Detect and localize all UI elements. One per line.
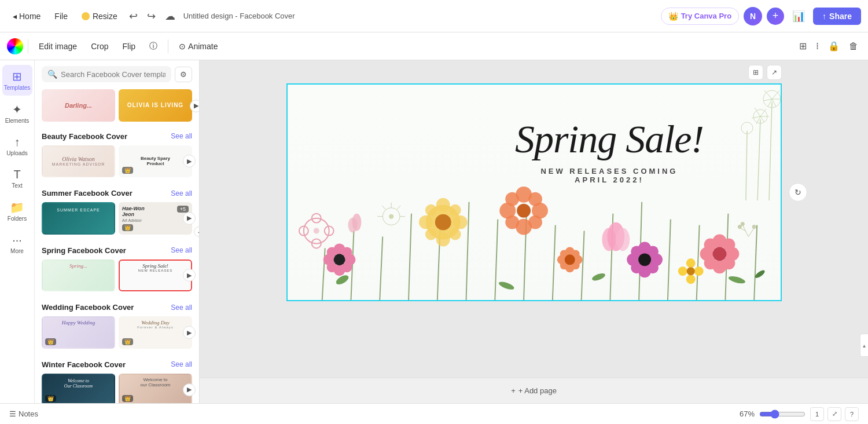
- right-scroll-handle[interactable]: ▴: [860, 334, 868, 357]
- resize-button[interactable]: Resize: [76, 9, 123, 24]
- canvas-grid-button[interactable]: ⊞: [748, 65, 763, 80]
- elements-label: Elements: [5, 118, 30, 124]
- spring-next-arrow[interactable]: ▶: [183, 269, 196, 282]
- flip-button[interactable]: Flip: [117, 38, 142, 54]
- help-button[interactable]: ?: [845, 407, 859, 421]
- top-templates-row: Darling... OLIVIA IS LIVING ▶: [35, 86, 199, 126]
- plus-icon: +: [511, 386, 516, 395]
- status-bar: ☰ Notes 67% 1 ⤢ ?: [0, 403, 868, 424]
- template-card-top-1[interactable]: Darling...: [42, 89, 115, 122]
- add-page-button[interactable]: + + Add page: [511, 386, 557, 395]
- toolbar2-right: ⊞ ⁞ 🔒 🗑: [796, 38, 861, 54]
- topbar-left: ◂ Home File Resize ↩ ↪ ☁: [7, 6, 179, 26]
- analytics-button[interactable]: 📊: [789, 6, 808, 26]
- canvas-scroll[interactable]: ⊞ ↗: [200, 60, 868, 378]
- template-card-top-2[interactable]: OLIVIA IS LIVING: [119, 89, 192, 122]
- try-canva-pro-button[interactable]: 👑 Try Canva Pro: [661, 8, 739, 25]
- svg-line-66: [382, 206, 385, 210]
- dotted-grid-button[interactable]: ⁞: [813, 38, 822, 54]
- info-button[interactable]: ⓘ: [144, 38, 163, 55]
- svg-point-94: [638, 253, 651, 266]
- template-card-summer2[interactable]: Hae-WonJeon Art Advisor 👑 +5: [119, 202, 192, 235]
- try-pro-label: Try Canva Pro: [681, 12, 731, 20]
- grid-view-button[interactable]: ⊞: [796, 38, 810, 54]
- canvas-share-button[interactable]: ↗: [767, 65, 782, 80]
- svg-line-26: [552, 225, 555, 300]
- svg-point-117: [741, 222, 744, 226]
- summer2-crown-badge: 👑: [122, 224, 133, 231]
- share-button[interactable]: ↑ Share: [813, 8, 861, 25]
- winter-next-arrow[interactable]: ▶: [183, 383, 196, 396]
- template-card-summer1[interactable]: SUMMER ESCAPE: [42, 202, 115, 235]
- svg-point-104: [686, 258, 695, 268]
- more-icon: ···: [12, 233, 22, 247]
- design-canvas[interactable]: Spring Sale! NEW RELEASES COMING APRIL 2…: [286, 83, 782, 301]
- sidebar-item-elements[interactable]: ✦ Elements: [2, 98, 32, 129]
- wedding-see-all-button[interactable]: See all: [171, 304, 192, 312]
- svg-point-58: [517, 204, 531, 218]
- cloud-save-button[interactable]: ☁: [161, 6, 179, 26]
- spring-see-all-button[interactable]: See all: [171, 246, 192, 254]
- animate-button[interactable]: ⊙ Animate: [173, 38, 223, 54]
- edit-image-label: Edit image: [39, 42, 77, 51]
- svg-line-18: [322, 248, 325, 300]
- beauty-next-arrow[interactable]: ▶: [183, 155, 196, 167]
- summer1-text: SUMMER ESCAPE: [43, 203, 114, 217]
- summer2-badge: +5: [177, 206, 189, 213]
- zoom-slider[interactable]: [759, 410, 806, 419]
- beauty-see-all-button[interactable]: See all: [171, 132, 192, 140]
- filter-icon: ⚙: [180, 70, 187, 79]
- spring-template-grid: Spring... Spring Sale! NEW RELEASES ▶: [42, 259, 192, 292]
- subtitle-line1: NEW RELEASES COMING: [515, 167, 704, 176]
- svg-point-42: [436, 233, 450, 247]
- svg-point-56: [528, 215, 542, 229]
- summer-see-all-button[interactable]: See all: [171, 189, 192, 198]
- notes-button[interactable]: ☰ Notes: [9, 410, 38, 418]
- sidebar-item-more[interactable]: ··· More: [2, 229, 32, 259]
- canvas-refresh-button[interactable]: ↻: [789, 183, 807, 202]
- template-card-wedding2[interactable]: Wedding Day Forever & Always 👑: [119, 316, 192, 349]
- crop-button[interactable]: Crop: [85, 38, 114, 54]
- sidebar-item-text[interactable]: T Text: [2, 163, 32, 193]
- svg-point-41: [436, 198, 450, 212]
- search-input[interactable]: [61, 70, 165, 79]
- svg-point-105: [686, 275, 695, 284]
- sidebar-item-uploads[interactable]: ↑ Uploads: [2, 131, 32, 161]
- template-card-beauty1[interactable]: Olivia Watson MARKETING ADVISOR: [42, 145, 115, 178]
- redo-button[interactable]: ↪: [144, 6, 159, 26]
- wedding1-crown-badge: 👑: [45, 338, 56, 345]
- wedding-next-arrow[interactable]: ▶: [183, 326, 196, 339]
- color-swatch-button[interactable]: [7, 38, 23, 54]
- wedding-section: Wedding Facebook Cover See all Happy Wed…: [35, 297, 199, 349]
- canvas-wrapper: ⊞ ↗: [286, 83, 782, 301]
- undo-button[interactable]: ↩: [126, 6, 141, 26]
- template-card-winter1[interactable]: Welcome toOur Classroom 👑: [42, 374, 115, 403]
- winter1-crown-badge: 👑: [45, 395, 56, 402]
- add-collaborator-button[interactable]: +: [767, 8, 784, 25]
- summer-section-header: Summer Facebook Cover See all: [42, 189, 192, 198]
- template-card-beauty2[interactable]: Beauty SparyProduct 👑: [119, 145, 192, 178]
- template-card-wedding1[interactable]: Happy Wedding 👑: [42, 316, 115, 349]
- top-templates-next-arrow[interactable]: ▶: [190, 100, 200, 112]
- templates-panel: 🔍 ⚙ Darling... OLIVIA IS LIVING ▶ Beauty…: [35, 60, 200, 403]
- template-card-spring2[interactable]: Spring Sale! NEW RELEASES: [119, 259, 192, 292]
- filter-button[interactable]: ⚙: [175, 67, 192, 82]
- file-button[interactable]: File: [49, 8, 73, 24]
- edit-image-button[interactable]: Edit image: [33, 38, 83, 54]
- summer-next-arrow[interactable]: ▶: [183, 212, 196, 225]
- sidebar-item-templates[interactable]: ⊞ Templates: [2, 65, 32, 96]
- delete-button[interactable]: 🗑: [846, 38, 861, 54]
- home-button[interactable]: ◂ Home: [7, 8, 46, 24]
- spring-sale-title: Spring Sale!: [515, 119, 704, 159]
- lock-button[interactable]: 🔒: [825, 38, 843, 54]
- winter-see-all-button[interactable]: See all: [171, 360, 192, 368]
- template-card-winter2[interactable]: Welcome toour Classroom 👑: [119, 374, 192, 403]
- share-label: Share: [829, 12, 852, 21]
- svg-point-48: [425, 229, 436, 240]
- sidebar-item-folders[interactable]: 📁 Folders: [2, 196, 32, 226]
- fit-page-button[interactable]: ⤢: [827, 407, 841, 421]
- svg-line-10: [772, 90, 779, 99]
- summer-section-title: Summer Facebook Cover: [42, 189, 133, 198]
- user-avatar-button[interactable]: N: [744, 7, 762, 25]
- template-card-spring1[interactable]: Spring...: [42, 259, 115, 292]
